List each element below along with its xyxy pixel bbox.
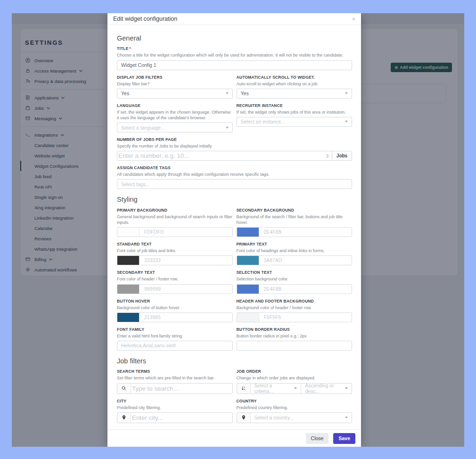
search-terms-input[interactable] bbox=[131, 384, 232, 393]
field-desc: Predefined country filtering. bbox=[237, 405, 353, 410]
selection-text-input[interactable] bbox=[259, 285, 352, 294]
field-label: LANGUAGE bbox=[117, 103, 233, 108]
field-jobs-per-page: NUMBER OF JOBS PER PAGE Specify the numb… bbox=[117, 137, 352, 161]
field-label: SELECTION TEXT bbox=[237, 270, 353, 275]
field-desc: If set, the widget only shows jobs of th… bbox=[237, 109, 353, 115]
font-family-input[interactable] bbox=[117, 341, 233, 351]
field-language: LANGUAGE If set, the widget appears in t… bbox=[117, 103, 233, 132]
location-pin-icon bbox=[117, 413, 131, 423]
field-label: DISPLAY JOB FILTERS bbox=[117, 75, 233, 80]
button-border-radius-input[interactable] bbox=[237, 341, 353, 351]
field-desc: If set, the widget appears in the chosen… bbox=[117, 109, 233, 121]
field-desc: Set filter terms which are pre-filled in… bbox=[117, 375, 233, 381]
country-select[interactable]: Select a country... bbox=[251, 413, 352, 423]
required-asterisk: * bbox=[130, 46, 131, 51]
number-stepper[interactable] bbox=[323, 151, 332, 160]
field-label: SECONDARY TEXT bbox=[117, 270, 233, 275]
section-heading-styling: Styling bbox=[117, 196, 352, 204]
primary-background-input[interactable] bbox=[140, 228, 232, 237]
field-label: AUTOMATICALLY SCROLL TO WIDGET. bbox=[237, 75, 353, 80]
field-desc: Enter a valid html font-family string. bbox=[117, 333, 233, 339]
field-city: CITY Predefined city filtering. bbox=[117, 399, 233, 423]
svg-text:3: 3 bbox=[244, 388, 245, 391]
city-input[interactable] bbox=[131, 413, 232, 423]
edit-widget-configuration-modal: Edit widget configuration × General TITL… bbox=[107, 13, 361, 447]
save-button[interactable]: Save bbox=[333, 433, 355, 444]
field-desc: Specify the number of Jobs to be display… bbox=[117, 143, 352, 149]
section-heading-general: General bbox=[117, 34, 352, 42]
field-label: FONT FAMILY bbox=[117, 327, 233, 332]
modal-body: General TITLE* Choose a title for the wi… bbox=[107, 25, 361, 429]
secondary-background-input[interactable] bbox=[259, 228, 352, 237]
button-hover-input[interactable] bbox=[140, 313, 232, 322]
secondary-text-input[interactable] bbox=[140, 285, 232, 294]
chevron-down-icon bbox=[345, 121, 348, 123]
chevron-down-icon bbox=[345, 417, 348, 418]
field-job-order: JOB ORDER Change in which order jobs are… bbox=[237, 369, 353, 393]
field-primary-background: PRIMARY BACKGROUND General background an… bbox=[117, 208, 233, 237]
color-swatch[interactable] bbox=[237, 313, 259, 322]
field-label: RECRUITER INSTANCE bbox=[237, 103, 353, 108]
field-label: BUTTON BORDER RADIUS bbox=[237, 327, 353, 332]
modal-footer: Close Save bbox=[107, 429, 361, 447]
field-button-hover: BUTTON HOVER Background color of button … bbox=[117, 299, 233, 322]
field-secondary-text: SECONDARY TEXT Font color of header / fo… bbox=[117, 270, 233, 294]
field-desc: Font color of job titles and links. bbox=[117, 248, 233, 254]
close-icon[interactable]: × bbox=[352, 16, 355, 22]
field-candidate-tags: ASSIGN CANDIDATE TAGS All candidates whi… bbox=[117, 165, 352, 189]
title-input[interactable] bbox=[117, 60, 352, 70]
field-desc: Font color of header / footer row. bbox=[117, 276, 233, 282]
modal-title: Edit widget configuration bbox=[113, 16, 177, 22]
field-label: COUNTRY bbox=[237, 399, 353, 404]
color-swatch[interactable] bbox=[237, 228, 259, 237]
primary-text-input[interactable] bbox=[259, 256, 352, 265]
field-desc: Change in which order jobs are displayed… bbox=[237, 375, 353, 381]
close-button[interactable]: Close bbox=[306, 433, 329, 444]
color-swatch[interactable] bbox=[117, 256, 140, 265]
field-desc: Background of the search / filter bar, b… bbox=[237, 214, 353, 225]
jobs-unit-addon: Jobs bbox=[332, 151, 352, 160]
field-label: JOB ORDER bbox=[237, 369, 353, 374]
color-swatch[interactable] bbox=[117, 313, 140, 322]
color-swatch[interactable] bbox=[117, 285, 140, 294]
candidate-tags-input[interactable] bbox=[117, 179, 352, 189]
chevron-down-icon bbox=[345, 92, 348, 94]
field-desc: Font color of headings and inline links … bbox=[237, 248, 353, 254]
field-desc: General background and background of sea… bbox=[117, 214, 233, 225]
search-icon bbox=[117, 384, 131, 393]
auto-scroll-select[interactable]: Yes bbox=[237, 89, 353, 98]
field-label: HEADER AND FOOTER BACKGROUND bbox=[237, 299, 353, 304]
field-desc: Choose a title for the widget configurat… bbox=[117, 52, 352, 58]
standard-text-input[interactable] bbox=[140, 256, 232, 265]
field-label: ASSIGN CANDIDATE TAGS bbox=[117, 165, 352, 171]
field-label: NUMBER OF JOBS PER PAGE bbox=[117, 137, 352, 142]
field-label: SECONDARY BACKGROUND bbox=[237, 208, 353, 213]
header-footer-background-input[interactable] bbox=[259, 313, 352, 322]
field-desc: Button border radius in pixel e.g.: 2px bbox=[237, 333, 353, 339]
field-desc: Auto-scroll to widget when clicking on a… bbox=[237, 81, 353, 87]
jobs-per-page-input[interactable] bbox=[117, 151, 323, 160]
job-order-direction-select[interactable]: Ascending or desc... bbox=[301, 384, 352, 393]
field-label: PRIMARY BACKGROUND bbox=[117, 208, 233, 213]
color-swatch[interactable] bbox=[237, 256, 259, 265]
field-standard-text: STANDARD TEXT Font color of job titles a… bbox=[117, 242, 233, 265]
color-swatch[interactable] bbox=[237, 285, 259, 294]
field-auto-scroll: AUTOMATICALLY SCROLL TO WIDGET. Auto-scr… bbox=[237, 75, 353, 98]
field-country: COUNTRY Predefined country filtering. Se… bbox=[237, 399, 353, 423]
field-desc: All candidates which apply through this … bbox=[117, 172, 352, 177]
chevron-down-icon bbox=[226, 127, 229, 129]
field-title: TITLE* Choose a title for the widget con… bbox=[117, 46, 352, 70]
job-order-criteria-select[interactable]: Select a criteria... bbox=[251, 384, 301, 393]
field-desc: Background color of header / footer row. bbox=[237, 305, 353, 311]
field-secondary-background: SECONDARY BACKGROUND Background of the s… bbox=[237, 208, 353, 237]
language-select[interactable]: Select a language... bbox=[117, 123, 233, 132]
field-button-border-radius: BUTTON BORDER RADIUS Button border radiu… bbox=[237, 327, 353, 351]
field-primary-text: PRIMARY TEXT Font color of headings and … bbox=[237, 242, 353, 265]
field-label: SEARCH TERMS bbox=[117, 369, 233, 374]
field-desc: Display filter bar? bbox=[117, 81, 233, 87]
field-search-terms: SEARCH TERMS Set filter terms which are … bbox=[117, 369, 233, 393]
field-display-job-filters: DISPLAY JOB FILTERS Display filter bar? … bbox=[117, 75, 233, 98]
recruiter-instance-select[interactable]: Select an instance... bbox=[237, 117, 353, 127]
color-swatch[interactable] bbox=[117, 228, 140, 237]
display-job-filters-select[interactable]: Yes bbox=[117, 89, 233, 98]
